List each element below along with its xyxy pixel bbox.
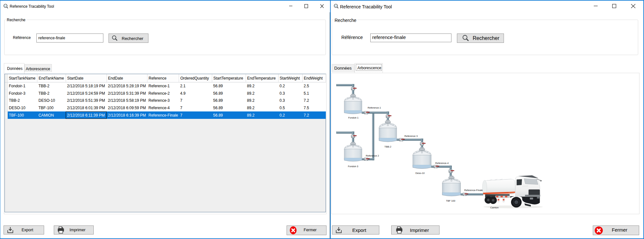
svg-text:Deso-10: Deso-10 — [415, 171, 424, 174]
svg-text:Reference 3: Reference 3 — [404, 134, 418, 137]
svg-text:Reference-1: Reference-1 — [367, 106, 381, 109]
svg-text:Reference 2: Reference 2 — [366, 154, 379, 157]
svg-text:TBF 100: TBF 100 — [446, 199, 455, 202]
svg-text:Fondoir-3: Fondoir-3 — [348, 165, 358, 167]
svg-text:Fondoir-1: Fondoir-1 — [348, 116, 358, 119]
svg-text:Reference-Finale: Reference-Finale — [464, 189, 483, 192]
svg-text:TBB-2: TBB-2 — [384, 145, 391, 148]
svg-text:Camion: Camion — [490, 206, 498, 209]
svg-text:Reference-4: Reference-4 — [435, 161, 448, 164]
